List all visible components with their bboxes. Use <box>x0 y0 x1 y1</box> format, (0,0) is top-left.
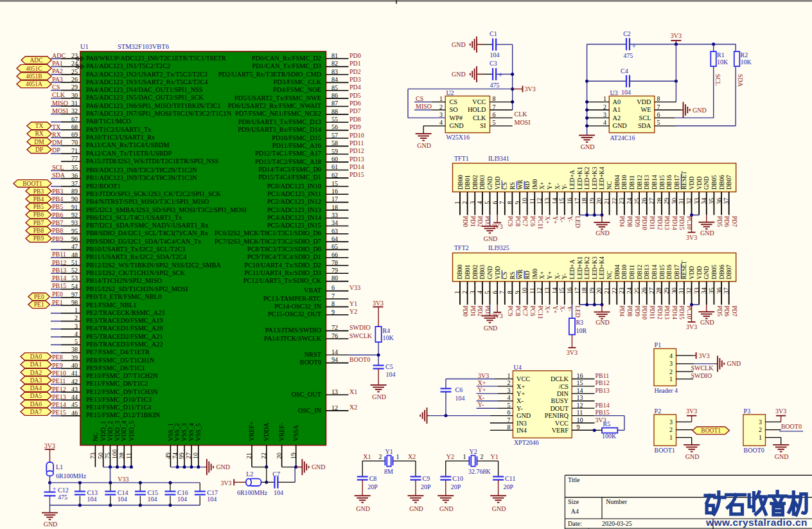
svg-text:104: 104 <box>207 496 216 503</box>
svg-text:X+: X+ <box>544 216 551 224</box>
svg-text:PD0: PD0 <box>462 305 468 316</box>
svg-text:104: 104 <box>87 496 96 503</box>
svg-text:1: 1 <box>454 291 461 294</box>
svg-text:R3: R3 <box>576 319 583 326</box>
svg-text:475: 475 <box>490 82 500 89</box>
svg-text:32: 32 <box>685 198 693 204</box>
svg-text:104: 104 <box>147 496 157 503</box>
svg-text:3V3: 3V3 <box>671 32 682 39</box>
svg-text:92: 92 <box>71 211 78 219</box>
svg-text:PE1: PE1 <box>34 301 44 308</box>
svg-text:46: 46 <box>71 409 78 417</box>
svg-text:82: 82 <box>331 60 338 67</box>
svg-text:20P: 20P <box>451 483 461 490</box>
svg-text:DB04: DB04 <box>614 264 621 279</box>
svg-text:DA3: DA3 <box>30 377 42 384</box>
svg-text:PC15-OSC32_OUT: PC15-OSC32_OUT <box>268 310 322 318</box>
svg-text:12: 12 <box>577 402 583 409</box>
svg-text:U4: U4 <box>514 364 522 371</box>
svg-text:BOOT0: BOOT0 <box>300 359 321 366</box>
svg-text:79: 79 <box>331 267 338 274</box>
svg-text:TX: TX <box>35 123 44 129</box>
svg-text:47: 47 <box>71 243 78 250</box>
svg-text:Y1: Y1 <box>349 300 357 307</box>
svg-text:PC6: PC6 <box>529 305 536 316</box>
svg-text:PB3: PB3 <box>33 188 44 195</box>
svg-text:64: 64 <box>331 235 338 242</box>
svg-text:20: 20 <box>596 198 603 204</box>
svg-text:GND: GND <box>516 412 531 419</box>
svg-text:OSC_OUT: OSC_OUT <box>292 391 322 398</box>
svg-text:CS: CS <box>416 95 423 102</box>
svg-text:6R100MHz: 6R100MHz <box>56 472 87 480</box>
svg-text:33: 33 <box>693 198 700 204</box>
svg-text:RS: RS <box>509 272 516 280</box>
svg-text:LED+K2: LED+K2 <box>584 256 590 280</box>
svg-text:C9: C9 <box>423 475 430 482</box>
svg-text:PD10: PD10 <box>641 305 648 319</box>
svg-text:LED+K4: LED+K4 <box>599 166 605 190</box>
svg-text:Y+: Y+ <box>547 182 553 190</box>
svg-text:SI: SI <box>480 122 486 129</box>
svg-text:91: 91 <box>71 204 78 211</box>
svg-text:PD5: PD5 <box>716 305 723 316</box>
svg-text:22: 22 <box>611 287 618 294</box>
svg-text:PE14/FSMC_D11/T1C4: PE14/FSMC_D11/T1C4 <box>86 404 151 411</box>
svg-text:GND: GND <box>596 229 610 237</box>
svg-text:19: 19 <box>588 287 596 294</box>
svg-text:20: 20 <box>596 287 603 294</box>
svg-text:19: 19 <box>290 453 297 459</box>
svg-text:P3: P3 <box>744 408 751 415</box>
svg-text:PB12/I2S2_WS/T1BKIN/SPI2_NSS/I: PB12/I2S2_WS/T1BKIN/SPI2_NSS/I2C2_SMBA <box>86 262 222 269</box>
svg-text:Title: Title <box>568 476 580 483</box>
svg-text:DB14: DB14 <box>651 175 658 190</box>
svg-text:PB12: PB12 <box>52 259 66 266</box>
svg-text:GND: GND <box>492 505 506 512</box>
svg-text:12: 12 <box>536 198 543 204</box>
svg-text:Size: Size <box>568 498 579 505</box>
svg-text:www.crystalradio.cn: www.crystalradio.cn <box>705 517 808 528</box>
svg-text:PE2/TRACECK/RSMC_A23: PE2/TRACECK/RSMC_A23 <box>86 309 164 316</box>
svg-text:PA15/JTDI/I2S3_WS/JTDI/T2C1ETR: PA15/JTDI/I2S3_WS/JTDI/T2C1ETR/SPI3_NSS <box>86 157 218 165</box>
svg-text:PD11: PD11 <box>649 305 655 319</box>
svg-text:MISO: MISO <box>416 103 432 110</box>
svg-text:PE3/TRACED0/FSMC_A19: PE3/TRACED0/FSMC_A19 <box>86 317 163 324</box>
svg-text:DB13: DB13 <box>644 264 650 279</box>
svg-text:89: 89 <box>71 188 78 195</box>
svg-text:GND: GND <box>439 505 454 512</box>
svg-text:5: 5 <box>657 119 660 126</box>
svg-text:PD6: PD6 <box>723 216 730 227</box>
svg-text:MISO: MISO <box>52 100 68 107</box>
svg-text:24: 24 <box>626 198 633 204</box>
svg-text:PD11/FSMC_A16: PD11/FSMC_A16 <box>272 142 321 149</box>
svg-text:23: 23 <box>618 198 625 204</box>
svg-text:PD2/UART5_Rx/T3ETR/SDIO_CMD: PD2/UART5_Rx/T3ETR/SDIO_CMD <box>218 71 322 78</box>
svg-text:C6: C6 <box>455 386 463 393</box>
svg-text:67: 67 <box>71 116 78 123</box>
svg-text:72: 72 <box>331 324 338 331</box>
svg-text:27: 27 <box>648 287 655 294</box>
svg-text:WR: WR <box>517 269 524 279</box>
svg-text:7: 7 <box>493 103 496 111</box>
svg-text:LED+K3: LED+K3 <box>592 256 598 280</box>
svg-text:DM: DM <box>34 139 44 145</box>
svg-text:PD6: PD6 <box>349 100 361 107</box>
svg-text:3: 3 <box>669 418 673 426</box>
svg-text:4: 4 <box>439 119 443 126</box>
svg-text:30: 30 <box>671 287 678 294</box>
svg-text:SDA: SDA <box>737 74 744 87</box>
svg-text:8: 8 <box>657 95 660 102</box>
svg-text:DB12: DB12 <box>637 264 643 279</box>
svg-text:31: 31 <box>71 100 78 107</box>
svg-text:PB4/NJTRST/SPI3_MISO/T3C1/SPI1: PB4/NJTRST/SPI3_MISO/T3C1/SPI1_MISO <box>86 198 209 205</box>
svg-text:1: 1 <box>669 375 673 382</box>
svg-text:X+: X+ <box>478 379 486 386</box>
svg-text:DB05: DB05 <box>711 264 718 279</box>
svg-text:Y+: Y+ <box>547 271 553 279</box>
svg-text:PB14/T1CH2N/SPI2_MISO: PB14/T1CH2N/SPI2_MISO <box>86 277 162 284</box>
svg-text:26: 26 <box>640 198 648 204</box>
svg-text:100: 100 <box>111 449 118 459</box>
svg-text:PD7/FSMC_NE1/FSMC_NCE2: PD7/FSMC_NE1/FSMC_NCE2 <box>235 110 321 117</box>
svg-text:10K: 10K <box>741 58 752 66</box>
svg-text:9: 9 <box>331 309 335 316</box>
